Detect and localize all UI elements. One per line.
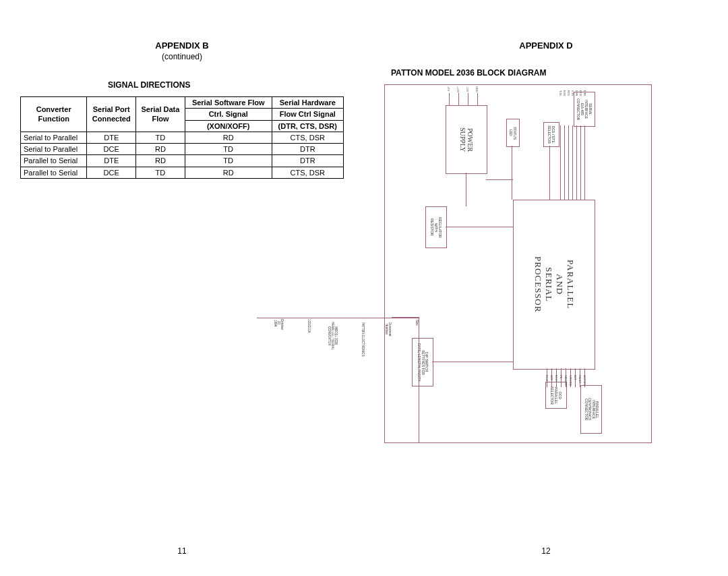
block-diagram: PARALLELANDSERIALPROCESSOR POWERSUPPLY R… [384, 84, 652, 443]
serial-pin-label: TXD [559, 90, 562, 96]
tb-docnum: 1200210A [284, 318, 311, 332]
power-wire [477, 93, 478, 105]
power-wire [468, 93, 468, 105]
table-cell: RD [136, 155, 185, 167]
serial-connector-block: SERIALINTERFACEEIA-485CONNECTOR [574, 92, 595, 127]
power-supply-block: POWERSUPPLY [446, 105, 487, 174]
col-sw-flow-3: (XON/XOFF) [185, 120, 272, 132]
col-sw-flow-2: Ctrl. Signal [185, 109, 272, 120]
table-cell: TD [136, 167, 185, 178]
col-sw-flow-1: Serial Software Flow [185, 97, 272, 109]
tb-company: PATTON ELECTRONICS [338, 318, 365, 360]
serial-pin-label: RTS [567, 90, 570, 96]
dce-dte-selector-block: DCE / DTESELECTOR [543, 122, 559, 147]
serial-wire [560, 125, 561, 200]
parallel-pin-label: AUTOFD [583, 375, 586, 386]
table-cell: TD [185, 144, 272, 155]
wire [466, 173, 466, 206]
table-cell: Serial to Parallel [21, 144, 87, 155]
power-wire [449, 93, 450, 105]
serial-pin-label: RXD [563, 90, 566, 96]
parallel-pin-label: SELECT [564, 375, 568, 386]
wire [512, 146, 512, 200]
parallel-pin-label: PE [559, 375, 563, 378]
power-wire [458, 93, 459, 105]
col-hw-flow-2: Flow Ctrl Signal [272, 109, 343, 120]
table-cell: Parallel to Serial [21, 167, 87, 178]
power-pin-label: +5V [447, 86, 450, 91]
table-row: Serial to ParallelDTETDRDCTS, DSR [21, 132, 344, 143]
parallel-pin-label: ACK [550, 375, 553, 380]
status-led-block: STATUSLED [506, 119, 520, 147]
serial-pin-label: DCD [579, 90, 582, 96]
page-number-left: 11 [0, 546, 364, 556]
serial-pin-label: CTS [571, 90, 574, 96]
serial-pin-label: DSR [575, 90, 578, 96]
wire [486, 179, 513, 180]
signal-directions-table: Converter Function Serial Port Connected… [20, 96, 344, 179]
table-cell: RD [185, 132, 272, 143]
table-row: Parallel to SerialDCETDRDCTS, DSR [21, 167, 344, 178]
table-row: Serial to ParallelDCERDTDDTR [21, 144, 344, 155]
power-pin-label: +12V [456, 86, 460, 92]
table-cell: DTE [87, 155, 136, 167]
left-page: APPENDIX B (continued) SIGNAL DIRECTIONS… [0, 0, 364, 576]
wire [549, 146, 550, 200]
table-cell: DTR [272, 144, 343, 155]
table-cell: TD [185, 155, 272, 167]
serial-wire [572, 125, 573, 200]
col-hw-flow-3: (DTR, CTS, DSR) [272, 120, 343, 132]
col-hw-flow-1: Serial Hardware [272, 97, 343, 109]
tb-docnum-label: Document Number [365, 318, 392, 340]
wire [432, 362, 513, 362]
table-cell: Parallel to Serial [21, 155, 87, 167]
parallel-pin-label: INIT [574, 375, 577, 380]
table-row: Parallel to SerialDTERDTDDTR [21, 155, 344, 167]
appendix-b-title: APPENDIX B [20, 40, 344, 51]
right-page: APPENDIX D PATTON MODEL 2036 BLOCK DIAGR… [364, 0, 728, 576]
block-diagram-heading: PATTON MODEL 2036 BLOCK DIAGRAM [391, 68, 708, 78]
appendix-d-title: APPENDIX D [384, 40, 708, 51]
parallel-pin-label: FAULT [578, 375, 582, 383]
table-cell: DCE [87, 167, 136, 178]
parallel-connector-block: PARALLELINTERFACECENTRONICSCONNECTOR [580, 385, 602, 434]
page-number-right: 12 [364, 546, 728, 556]
page-container: APPENDIX B (continued) SIGNAL DIRECTIONS… [0, 0, 728, 576]
power-pin-label: GND [475, 86, 479, 92]
col-converter: Converter Function [21, 97, 87, 132]
table-cell: Serial to Parallel [21, 132, 87, 143]
parallel-pin-label: BUSY [555, 375, 558, 382]
table-body: Serial to ParallelDTETDRDCTS, DSRSerial … [21, 132, 344, 178]
table-cell: DTE [87, 132, 136, 143]
table-head: Converter Function Serial Port Connected… [21, 97, 344, 132]
title-block: Size Document Number PATTON ELECTRONICS … [392, 317, 419, 442]
serial-wire [564, 125, 565, 200]
regulator-block: REGULATORWITHRESISTOR [425, 206, 447, 248]
col-serial-data: Serial Data Flow [136, 97, 185, 132]
serial-wire [576, 125, 577, 200]
table-cell: DTR [272, 155, 343, 167]
table-cell: CTS, DSR [272, 132, 343, 143]
serial-wire [568, 125, 569, 200]
parallel-pin-label: STROBE [569, 375, 572, 386]
serial-pin-label: DTR [583, 90, 586, 96]
tb-date: October 20, 1994 [257, 318, 284, 328]
signal-directions-heading: SIGNAL DIRECTIONS [108, 80, 344, 90]
serial-wire [584, 125, 585, 200]
parallel-pin-label: D0-D7 [545, 375, 549, 383]
tb-product: MODEL 2036 PARALLEL / SERIAL CONVERTER [311, 318, 338, 353]
table-cell: DCE [87, 144, 136, 155]
power-pin-label: -12V [466, 86, 469, 92]
col-serial-port: Serial Port Connected [87, 97, 136, 132]
table-cell: RD [136, 144, 185, 155]
wire [446, 227, 513, 227]
tb-size: Size [392, 318, 419, 326]
serial-wire [580, 125, 581, 200]
processor-block: PARALLELANDSERIALPROCESSOR [513, 200, 595, 370]
table-cell: RD [185, 167, 272, 178]
table-cell: TD [136, 132, 185, 143]
table-cell: CTS, DSR [272, 167, 343, 178]
continued-label: (continued) [20, 52, 344, 61]
